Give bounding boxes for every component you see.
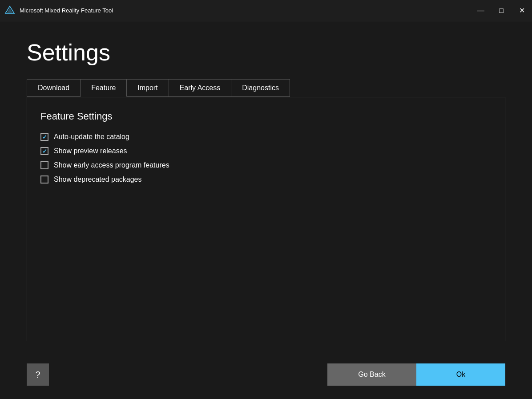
checkbox-item-auto-update: Auto-update the catalog [40, 133, 492, 141]
title-bar: Microsoft Mixed Reality Feature Tool — □… [0, 0, 532, 21]
checkbox-auto-update-label[interactable]: Auto-update the catalog [54, 133, 129, 141]
maximize-button[interactable]: □ [491, 0, 512, 21]
main-content: Settings Download Feature Import Early A… [0, 21, 532, 363]
svg-marker-1 [7, 8, 13, 13]
checkbox-item-early-access: Show early access program features [40, 161, 492, 169]
page-title: Settings [27, 39, 505, 66]
tab-diagnostics[interactable]: Diagnostics [231, 80, 290, 97]
tab-download[interactable]: Download [27, 80, 81, 97]
app-icon [4, 5, 15, 16]
minimize-button[interactable]: — [471, 0, 491, 21]
checkbox-early-access-label[interactable]: Show early access program features [54, 161, 169, 169]
title-bar-controls: — □ ✕ [471, 0, 532, 21]
bottom-right-buttons: Go Back Ok [327, 363, 505, 386]
feature-panel: Feature Settings Auto-update the catalog… [27, 97, 505, 341]
checkbox-preview-releases-label[interactable]: Show preview releases [54, 147, 127, 155]
app-title: Microsoft Mixed Reality Feature Tool [20, 7, 113, 14]
tab-feature[interactable]: Feature [81, 80, 127, 97]
tabs-bar: Download Feature Import Early Access Dia… [27, 79, 290, 97]
checkbox-early-access[interactable] [40, 161, 48, 169]
checkbox-deprecated[interactable] [40, 176, 48, 184]
ok-button[interactable]: Ok [416, 363, 505, 386]
checkbox-item-deprecated: Show deprecated packages [40, 176, 492, 184]
go-back-button[interactable]: Go Back [327, 363, 416, 386]
bottom-bar: ? Go Back Ok [0, 363, 532, 399]
checkbox-auto-update[interactable] [40, 133, 48, 141]
checkbox-deprecated-label[interactable]: Show deprecated packages [54, 176, 141, 184]
title-bar-left: Microsoft Mixed Reality Feature Tool [4, 5, 113, 16]
tab-early-access[interactable]: Early Access [169, 80, 232, 97]
panel-title: Feature Settings [40, 111, 492, 122]
tab-import[interactable]: Import [127, 80, 169, 97]
checkbox-preview-releases[interactable] [40, 147, 48, 155]
help-button[interactable]: ? [27, 363, 49, 386]
checkbox-item-preview-releases: Show preview releases [40, 147, 492, 155]
close-button[interactable]: ✕ [512, 0, 532, 21]
